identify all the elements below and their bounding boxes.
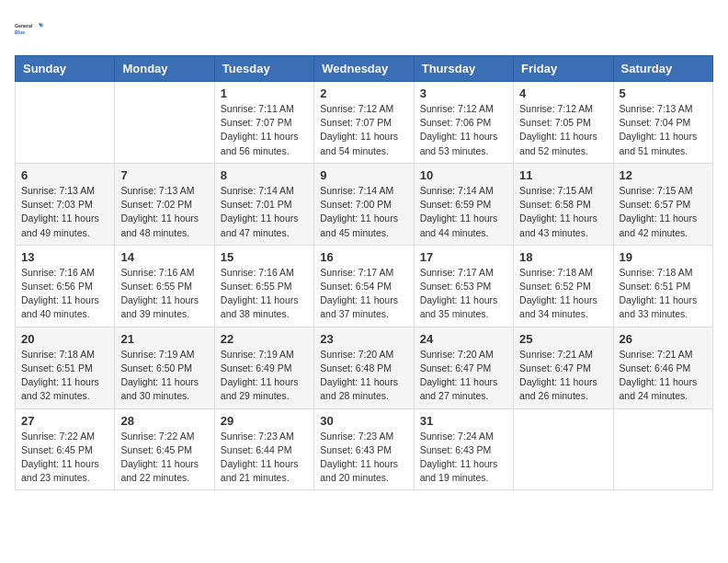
calendar-cell: 21 Sunrise: 7:19 AM Sunset: 6:50 PM Dayl…	[115, 327, 214, 408]
sunrise-label: Sunrise: 7:13 AM	[21, 185, 95, 196]
weekday-header-sunday: Sunday	[16, 56, 115, 82]
sunset-label: Sunset: 6:54 PM	[320, 281, 392, 292]
week-row-5: 27 Sunrise: 7:22 AM Sunset: 6:45 PM Dayl…	[16, 408, 713, 490]
sunrise-label: Sunrise: 7:14 AM	[320, 185, 393, 196]
calendar-cell: 13 Sunrise: 7:16 AM Sunset: 6:56 PM Dayl…	[16, 245, 115, 327]
weekday-header-monday: Monday	[115, 56, 214, 82]
sunrise-label: Sunrise: 7:17 AM	[320, 267, 393, 278]
daylight-label: Daylight: 11 hours and 19 minutes.	[420, 458, 498, 483]
sunrise-label: Sunrise: 7:14 AM	[221, 185, 294, 196]
day-info: Sunrise: 7:23 AM Sunset: 6:44 PM Dayligh…	[221, 430, 308, 486]
daylight-label: Daylight: 11 hours and 37 minutes.	[320, 294, 398, 319]
sunset-label: Sunset: 6:45 PM	[120, 444, 192, 455]
calendar-cell: 20 Sunrise: 7:18 AM Sunset: 6:51 PM Dayl…	[16, 327, 115, 408]
day-info: Sunrise: 7:21 AM Sunset: 6:47 PM Dayligh…	[519, 348, 607, 404]
day-info: Sunrise: 7:22 AM Sunset: 6:45 PM Dayligh…	[120, 430, 208, 486]
day-info: Sunrise: 7:22 AM Sunset: 6:45 PM Dayligh…	[21, 430, 108, 486]
sunset-label: Sunset: 6:47 PM	[519, 362, 591, 373]
daylight-label: Daylight: 11 hours and 48 minutes.	[120, 213, 199, 237]
daylight-label: Daylight: 11 hours and 38 minutes.	[221, 294, 299, 319]
daylight-label: Daylight: 11 hours and 28 minutes.	[320, 376, 398, 401]
sunset-label: Sunset: 6:57 PM	[620, 199, 691, 210]
calendar-cell: 11 Sunrise: 7:15 AM Sunset: 6:58 PM Dayl…	[514, 163, 613, 245]
sunset-label: Sunset: 6:58 PM	[519, 199, 591, 210]
calendar-cell: 10 Sunrise: 7:14 AM Sunset: 6:59 PM Dayl…	[414, 163, 513, 245]
day-number: 19	[620, 250, 707, 264]
sunrise-label: Sunrise: 7:15 AM	[620, 185, 693, 196]
sunset-label: Sunset: 6:59 PM	[420, 199, 492, 210]
calendar-cell: 4 Sunrise: 7:12 AM Sunset: 7:05 PM Dayli…	[514, 82, 613, 164]
calendar-cell: 2 Sunrise: 7:12 AM Sunset: 7:07 PM Dayli…	[314, 82, 414, 164]
sunrise-label: Sunrise: 7:22 AM	[120, 431, 194, 442]
sunset-label: Sunset: 7:02 PM	[120, 199, 192, 210]
day-info: Sunrise: 7:20 AM Sunset: 6:48 PM Dayligh…	[320, 348, 407, 404]
sunset-label: Sunset: 6:45 PM	[21, 444, 93, 455]
sunset-label: Sunset: 7:07 PM	[221, 117, 292, 128]
daylight-label: Daylight: 11 hours and 45 minutes.	[320, 213, 398, 237]
sunset-label: Sunset: 6:51 PM	[21, 362, 93, 373]
sunrise-label: Sunrise: 7:19 AM	[221, 349, 294, 360]
sunset-label: Sunset: 6:53 PM	[420, 281, 492, 292]
calendar-cell: 9 Sunrise: 7:14 AM Sunset: 7:00 PM Dayli…	[314, 163, 414, 245]
daylight-label: Daylight: 11 hours and 22 minutes.	[120, 458, 199, 483]
sunrise-label: Sunrise: 7:20 AM	[420, 349, 494, 360]
sunrise-label: Sunrise: 7:16 AM	[221, 267, 294, 278]
sunset-label: Sunset: 7:00 PM	[320, 199, 392, 210]
day-number: 14	[120, 250, 208, 264]
sunrise-label: Sunrise: 7:14 AM	[420, 185, 494, 196]
day-info: Sunrise: 7:18 AM Sunset: 6:52 PM Dayligh…	[519, 266, 607, 322]
sunrise-label: Sunrise: 7:12 AM	[420, 103, 494, 114]
day-number: 3	[420, 86, 507, 100]
day-number: 10	[420, 168, 507, 182]
daylight-label: Daylight: 11 hours and 33 minutes.	[620, 294, 698, 319]
sunset-label: Sunset: 6:47 PM	[420, 362, 492, 373]
weekday-header-tuesday: Tuesday	[214, 56, 313, 82]
day-number: 4	[519, 86, 607, 100]
daylight-label: Daylight: 11 hours and 44 minutes.	[420, 213, 498, 237]
calendar-cell: 14 Sunrise: 7:16 AM Sunset: 6:55 PM Dayl…	[115, 245, 214, 327]
day-info: Sunrise: 7:13 AM Sunset: 7:02 PM Dayligh…	[120, 184, 208, 240]
weekday-header-thursday: Thursday	[414, 56, 513, 82]
daylight-label: Daylight: 11 hours and 34 minutes.	[519, 294, 597, 319]
sunset-label: Sunset: 7:03 PM	[21, 199, 93, 210]
weekday-header-friday: Friday	[514, 56, 613, 82]
weekday-header-wednesday: Wednesday	[314, 56, 414, 82]
logo-icon: General Blue	[15, 15, 44, 44]
day-info: Sunrise: 7:21 AM Sunset: 6:46 PM Dayligh…	[620, 348, 707, 404]
calendar-cell: 19 Sunrise: 7:18 AM Sunset: 6:51 PM Dayl…	[613, 245, 712, 327]
calendar-cell: 18 Sunrise: 7:18 AM Sunset: 6:52 PM Dayl…	[514, 245, 613, 327]
sunrise-label: Sunrise: 7:24 AM	[420, 431, 494, 442]
day-info: Sunrise: 7:13 AM Sunset: 7:04 PM Dayligh…	[620, 102, 707, 158]
sunrise-label: Sunrise: 7:22 AM	[21, 431, 95, 442]
daylight-label: Daylight: 11 hours and 40 minutes.	[21, 294, 99, 319]
daylight-label: Daylight: 11 hours and 21 minutes.	[221, 458, 299, 483]
day-number: 7	[120, 168, 208, 182]
calendar-cell: 23 Sunrise: 7:20 AM Sunset: 6:48 PM Dayl…	[314, 327, 414, 408]
calendar-cell: 16 Sunrise: 7:17 AM Sunset: 6:54 PM Dayl…	[314, 245, 414, 327]
sunrise-label: Sunrise: 7:19 AM	[120, 349, 194, 360]
sunrise-label: Sunrise: 7:16 AM	[120, 267, 194, 278]
week-row-3: 13 Sunrise: 7:16 AM Sunset: 6:56 PM Dayl…	[16, 245, 713, 327]
calendar-cell	[115, 82, 214, 164]
day-info: Sunrise: 7:19 AM Sunset: 6:49 PM Dayligh…	[221, 348, 308, 404]
day-info: Sunrise: 7:23 AM Sunset: 6:43 PM Dayligh…	[320, 430, 407, 486]
sunrise-label: Sunrise: 7:13 AM	[120, 185, 194, 196]
day-info: Sunrise: 7:16 AM Sunset: 6:55 PM Dayligh…	[221, 266, 308, 322]
day-number: 12	[620, 168, 707, 182]
day-number: 31	[420, 414, 507, 428]
daylight-label: Daylight: 11 hours and 39 minutes.	[120, 294, 199, 319]
sunset-label: Sunset: 6:55 PM	[120, 281, 192, 292]
day-info: Sunrise: 7:16 AM Sunset: 6:56 PM Dayligh…	[21, 266, 108, 322]
day-info: Sunrise: 7:14 AM Sunset: 7:00 PM Dayligh…	[320, 184, 407, 240]
day-number: 5	[620, 86, 707, 100]
day-info: Sunrise: 7:12 AM Sunset: 7:07 PM Dayligh…	[320, 102, 407, 158]
sunrise-label: Sunrise: 7:16 AM	[21, 267, 95, 278]
sunrise-label: Sunrise: 7:17 AM	[420, 267, 494, 278]
calendar-cell: 7 Sunrise: 7:13 AM Sunset: 7:02 PM Dayli…	[115, 163, 214, 245]
sunrise-label: Sunrise: 7:15 AM	[519, 185, 593, 196]
day-number: 11	[519, 168, 607, 182]
daylight-label: Daylight: 11 hours and 47 minutes.	[221, 213, 299, 237]
day-info: Sunrise: 7:12 AM Sunset: 7:06 PM Dayligh…	[420, 102, 507, 158]
weekday-header-row: SundayMondayTuesdayWednesdayThursdayFrid…	[16, 56, 713, 82]
day-number: 15	[221, 250, 308, 264]
